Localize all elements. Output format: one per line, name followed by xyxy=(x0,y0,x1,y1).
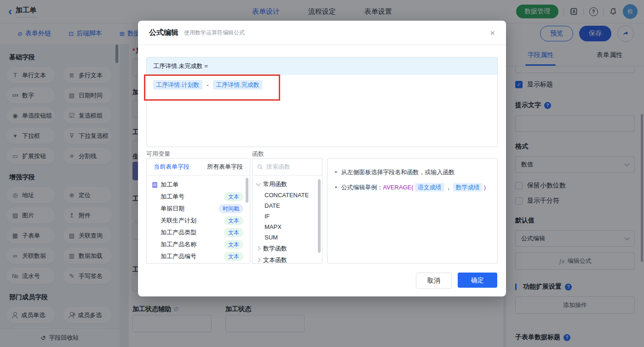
functions-panel: 搜索函数 常用函数 CONCATENATE DATE IF MAPX SUM 数… xyxy=(252,158,322,264)
variable-row[interactable]: 加工单号文本 xyxy=(147,191,250,203)
formula-field-chip[interactable]: 工序详情.完成数 xyxy=(213,80,262,90)
example-field-chip: 数学成绩 xyxy=(453,183,483,192)
function-search-input[interactable]: 搜索函数 xyxy=(253,159,322,176)
function-item[interactable]: MAPX xyxy=(253,222,322,232)
chevron-right-icon xyxy=(256,258,261,262)
tab-all-form-fields[interactable]: 所有表单字段 xyxy=(207,163,243,171)
formula-operator: - xyxy=(207,81,208,88)
type-badge: 文本 xyxy=(224,216,243,225)
formula-field-chip[interactable]: 工序详情.计划数 xyxy=(153,80,202,90)
modal-header: 公式编辑 使用数学运算符编辑公式 × xyxy=(138,21,506,45)
variable-row[interactable]: 加工产品名称文本 xyxy=(147,239,250,250)
functions-label: 函数 xyxy=(252,150,264,158)
variable-row[interactable]: 单据日期时间戳 xyxy=(147,203,250,215)
function-item[interactable]: IF xyxy=(253,211,322,222)
type-badge: 文本 xyxy=(224,252,243,261)
function-close-paren: ) xyxy=(484,184,486,191)
form-doc-icon xyxy=(152,182,157,188)
variables-scrollbar[interactable] xyxy=(246,178,248,203)
app-root: ‹ 加工单 表单设计 流程设定 表单设置 数据管理 ? 检 xyxy=(0,0,644,347)
function-name-text: AVERAGE( xyxy=(383,184,414,191)
function-item[interactable]: CONCATENATE xyxy=(253,190,322,200)
variable-row[interactable]: 加工产品类型文本 xyxy=(147,227,250,239)
chevron-right-icon xyxy=(256,246,261,251)
bullet-icon: • xyxy=(335,183,337,192)
formula-target-bar: 工序详情.未完成数 = xyxy=(147,57,497,75)
cancel-button[interactable]: 取消 xyxy=(416,273,452,289)
variable-row[interactable]: 加工产品编号文本 xyxy=(147,250,250,262)
modal-title: 公式编辑 xyxy=(149,28,178,38)
close-icon[interactable]: × xyxy=(490,28,495,37)
function-group-math[interactable]: 数学函数 xyxy=(253,243,322,254)
type-badge: 时间戳 xyxy=(218,204,243,213)
variables-tabs: 当前表单字段 所有表单字段 xyxy=(147,159,250,176)
bullet-icon: • xyxy=(335,168,337,176)
help-line-2: • 公式编辑举例：AVERAGE(语文成绩，数学成绩) xyxy=(335,183,490,192)
type-badge: 文本 xyxy=(224,192,243,201)
help-line-1: • 从左侧面板选择字段名和函数，或输入函数 xyxy=(335,168,490,176)
formula-expression-area[interactable]: 工序详情.计划数 - 工序详情.完成数 xyxy=(147,75,497,95)
type-badge: 文本 xyxy=(224,240,243,249)
type-badge: 文本 xyxy=(224,228,243,237)
function-item[interactable]: DATE xyxy=(253,200,322,211)
formula-editor-box: 工序详情.未完成数 = 工序详情.计划数 - 工序详情.完成数 xyxy=(146,57,498,147)
tree-root-form[interactable]: 加工单 xyxy=(147,179,250,191)
example-field-chip: 语文成绩 xyxy=(415,183,444,192)
variable-row[interactable]: 关联生产计划文本 xyxy=(147,215,250,227)
variables-tree: 加工单 加工单号文本 单据日期时间戳 关联生产计划文本 加工产品类型文本 加工产… xyxy=(147,176,250,262)
tab-current-form-fields[interactable]: 当前表单字段 xyxy=(154,163,190,171)
formula-editor-modal: 公式编辑 使用数学运算符编辑公式 × 工序详情.未完成数 = 工序详情.计划数 … xyxy=(138,21,506,296)
help-panel: • 从左侧面板选择字段名和函数，或输入函数 • 公式编辑举例：AVERAGE(语… xyxy=(327,158,498,264)
chevron-down-icon xyxy=(256,181,261,186)
available-variables-label: 可用变量 xyxy=(146,150,170,158)
search-icon xyxy=(257,164,263,170)
search-placeholder: 搜索函数 xyxy=(266,163,290,171)
modal-subtitle: 使用数学运算符编辑公式 xyxy=(184,29,245,37)
confirm-button[interactable]: 确定 xyxy=(458,273,497,288)
variables-panel: 当前表单字段 所有表单字段 加工单 加工单号文本 单据日期时间戳 关联生产计划文… xyxy=(146,158,250,264)
functions-tree: 常用函数 CONCATENATE DATE IF MAPX SUM 数学函数 文… xyxy=(253,176,322,264)
functions-scrollbar[interactable] xyxy=(318,179,321,253)
function-group-common[interactable]: 常用函数 xyxy=(253,178,322,190)
modal-footer: 取消 确定 xyxy=(416,273,497,289)
function-item[interactable]: SUM xyxy=(253,232,322,243)
function-group-text[interactable]: 文本函数 xyxy=(253,254,322,264)
